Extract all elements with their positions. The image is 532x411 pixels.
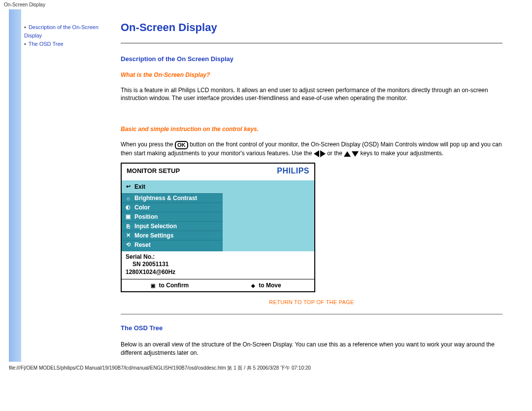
osd-header-title: MONITOR SETUP [127,167,180,174]
osd-footer-confirm-label: to Confirm [159,282,189,289]
page-wrap: • Description of the On-Screen Display •… [0,9,532,362]
osd-footer-move: ◆ to Move [218,279,315,291]
divider [121,43,502,43]
osd-item-color[interactable]: ◐ Color [122,203,223,212]
arrow-left-right-icon [314,149,326,157]
sidebar-item-osd-tree[interactable]: • The OSD Tree [24,40,112,48]
paragraph-description: This is a feature in all Philips LCD mon… [121,86,502,102]
osd-item-label: Brightness & Contrast [134,195,197,202]
osd-item-label: More Settings [134,232,173,239]
osd-resolution: 1280X1024@60Hz [126,269,310,276]
sidebar-item-description[interactable]: • Description of the On-Screen Display [24,23,112,40]
osd-item-input[interactable]: ⎘ Input Selection [122,221,223,231]
right-spacer [508,9,523,362]
bullet-icon: • [24,41,26,47]
osd-menu: ↩ Exit ☼ Brightness & Contrast ◐ Color [122,180,314,251]
position-icon: ▣ [125,214,132,220]
osd-brand-logo: PHILIPS [277,167,309,175]
osd-item-label: Color [134,204,150,211]
paragraph-osd-tree: Below is an overall view of the structur… [121,341,502,356]
osd-serial-value: SN 20051131 [126,261,310,269]
tools-icon: ✕ [125,233,132,239]
section-heading-description: Description of the On Screen Display [121,55,502,63]
confirm-icon: ▣ [151,283,155,288]
sidebar-link-osd-tree[interactable]: The OSD Tree [29,41,64,47]
reset-icon: ⟲ [125,242,132,248]
move-icon: ◆ [251,283,255,288]
osd-item-label: Input Selection [134,223,177,230]
osd-menu-right-pane [223,180,314,251]
return-icon: ↩ [125,184,132,190]
osd-item-reset[interactable]: ⟲ Reset [122,240,223,251]
sidebar-link-description[interactable]: Description of the On-Screen Display [24,24,99,38]
divider [121,314,502,314]
osd-footer-confirm: ▣ to Confirm [122,279,218,291]
footer-file-path: file:///F|/OEM MODELS/philips/CD Manual/… [0,362,532,377]
text-fragment: or the [327,150,344,157]
osd-info-block: Serial No.: SN 20051131 1280X1024@60Hz [122,251,314,279]
window-title: On-Screen Display [0,0,532,9]
sidebar: • Description of the On-Screen Display •… [21,9,115,362]
section-heading-osd-tree: The OSD Tree [121,324,502,332]
return-to-top-link[interactable]: RETURN TO TOP OF THE PAGE [121,299,502,305]
osd-item-label: Reset [134,241,151,248]
osd-item-label: Position [134,213,158,220]
palette-icon: ◐ [125,205,132,210]
ok-button-icon: OK [175,141,188,149]
text-fragment: keys to make your adjustments. [361,150,444,157]
page-title: On-Screen Display [121,21,502,34]
osd-menu-list: ↩ Exit ☼ Brightness & Contrast ◐ Color [122,180,223,251]
osd-item-more[interactable]: ✕ More Settings [122,231,223,240]
arrow-up-down-icon [344,149,359,157]
text-fragment: When you press the [121,141,175,148]
left-decoration-bar [9,9,21,362]
osd-item-label: Exit [134,183,145,190]
paragraph-instruction: When you press the OK button on the fron… [121,140,502,157]
osd-footer: ▣ to Confirm ◆ to Move [122,279,314,291]
return-link-text[interactable]: RETURN TO TOP OF THE PAGE [269,299,354,305]
osd-panel: MONITOR SETUP PHILIPS ↩ Exit ☼ Brightnes… [121,163,315,293]
osd-serial-label: Serial No.: [126,253,310,261]
subheading-what-is-osd: What is the On-Screen Display? [121,71,502,78]
osd-footer-move-label: to Move [259,282,281,289]
osd-item-brightness[interactable]: ☼ Brightness & Contrast [122,193,223,203]
osd-item-exit[interactable]: ↩ Exit [122,180,223,193]
subheading-instruction: Basic and simple instruction on the cont… [121,126,502,133]
osd-header: MONITOR SETUP PHILIPS [122,164,314,180]
osd-item-position[interactable]: ▣ Position [122,212,223,221]
bullet-icon: • [24,24,26,30]
sun-icon: ☼ [125,195,132,201]
main-content: On-Screen Display Description of the On … [115,9,508,362]
input-icon: ⎘ [125,223,132,229]
